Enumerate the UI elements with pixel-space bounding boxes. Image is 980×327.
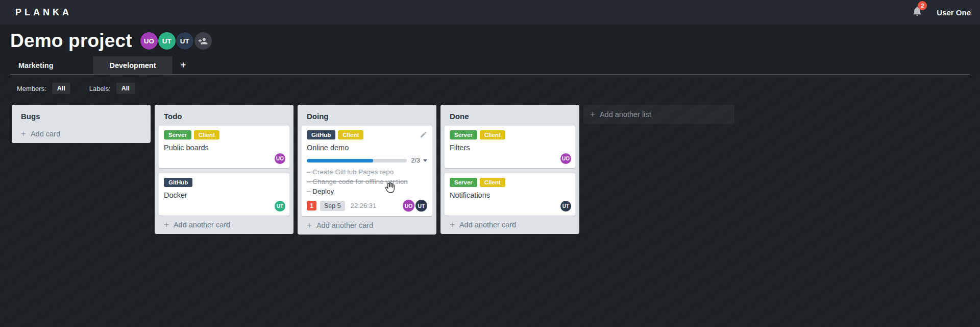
edit-card-button[interactable] bbox=[420, 131, 427, 138]
card-labels: GitHubClient bbox=[307, 130, 427, 139]
member-avatar[interactable]: UT bbox=[158, 32, 176, 50]
project-header: Demo project UOUTUT bbox=[0, 25, 980, 52]
pencil-icon bbox=[420, 131, 427, 138]
card-label-github[interactable]: GitHub bbox=[164, 178, 192, 187]
list-title[interactable]: Todo bbox=[159, 109, 289, 126]
add-member-button[interactable] bbox=[194, 32, 212, 50]
labels-filter-value[interactable]: All bbox=[116, 83, 135, 94]
timer-value[interactable]: 22:26:31 bbox=[351, 202, 377, 209]
board-tabs: MarketingDevelopment+ bbox=[10, 56, 970, 75]
card-label-client[interactable]: Client bbox=[194, 130, 219, 139]
board-list: Bugs + Add card bbox=[12, 105, 151, 143]
board-list: Doing GitHubClient Online demo 2/3– Crea… bbox=[298, 105, 436, 235]
card-label-client[interactable]: Client bbox=[480, 130, 505, 139]
assignee-avatar[interactable]: UT bbox=[560, 201, 571, 212]
notifications-button[interactable]: 2 bbox=[912, 6, 922, 19]
card[interactable]: ServerClient Filters UO bbox=[445, 126, 575, 168]
list-title[interactable]: Doing bbox=[302, 109, 432, 126]
card-notification-badge: 1 bbox=[307, 201, 316, 211]
add-card-label: Add card bbox=[31, 130, 60, 138]
plus-icon: + bbox=[21, 130, 26, 137]
card-title: Notifications bbox=[450, 191, 570, 199]
progress-bar bbox=[307, 159, 407, 162]
card-title: Filters bbox=[450, 144, 570, 152]
assignee-avatar[interactable]: UO bbox=[275, 153, 285, 164]
filter-bar: Members: All Labels: All bbox=[17, 82, 980, 95]
progress-bar-fill bbox=[307, 159, 373, 162]
add-card-label: Add another card bbox=[316, 221, 373, 229]
add-card-label: Add another card bbox=[459, 221, 516, 229]
project-members: UOUTUT bbox=[140, 32, 212, 50]
assignee-avatar[interactable]: UT bbox=[275, 201, 285, 212]
card-label-github[interactable]: GitHub bbox=[307, 130, 335, 139]
card-assignees: UT bbox=[275, 201, 285, 212]
list-cards: ServerClient Public boards UO GitHub Doc… bbox=[159, 126, 289, 217]
list-cards: ServerClient Filters UO ServerClient Not… bbox=[445, 126, 575, 217]
add-list-label: Add another list bbox=[600, 110, 651, 119]
card-label-server[interactable]: Server bbox=[450, 178, 477, 187]
card[interactable]: GitHub Docker UT bbox=[159, 173, 289, 216]
topbar-right: 2 User One bbox=[912, 6, 971, 19]
add-list-button[interactable]: + Add another list bbox=[583, 105, 734, 124]
card-label-client[interactable]: Client bbox=[338, 130, 363, 139]
card-assignees: UO bbox=[560, 153, 571, 164]
card[interactable]: GitHubClient Online demo 2/3– Create Git… bbox=[302, 126, 432, 216]
add-card-button[interactable]: + Add another card bbox=[445, 217, 575, 230]
member-avatar[interactable]: UT bbox=[176, 32, 193, 50]
card-label-server[interactable]: Server bbox=[450, 130, 477, 139]
card[interactable]: ServerClient Public boards UO bbox=[159, 126, 289, 168]
task-item[interactable]: – Deploy bbox=[307, 186, 427, 196]
card-title: Online demo bbox=[307, 144, 427, 152]
card-labels: ServerClient bbox=[164, 130, 284, 139]
lists-container: Bugs + Add card Todo ServerClient Public… bbox=[12, 105, 579, 235]
task-item[interactable]: – Change code for offline version bbox=[307, 177, 427, 186]
plus-icon: + bbox=[590, 111, 595, 118]
list-cards: GitHubClient Online demo 2/3– Create Git… bbox=[302, 126, 432, 217]
member-avatar[interactable]: UO bbox=[140, 32, 158, 50]
tab-development[interactable]: Development bbox=[93, 56, 173, 74]
task-item[interactable]: – Create GitHub Pages repo bbox=[307, 167, 427, 177]
card-title: Docker bbox=[164, 191, 284, 199]
card[interactable]: ServerClient Notifications UT bbox=[445, 173, 575, 216]
list-title[interactable]: Bugs bbox=[16, 109, 146, 126]
project-title[interactable]: Demo project bbox=[10, 30, 132, 52]
card-assignees: UT bbox=[560, 201, 571, 212]
card-label-server[interactable]: Server bbox=[164, 130, 191, 139]
task-list: – Create GitHub Pages repo– Change code … bbox=[307, 167, 427, 196]
list-title[interactable]: Done bbox=[445, 109, 575, 126]
user-menu[interactable]: User One bbox=[937, 8, 971, 17]
card-footer: 1Sep 522:26:31UOUT bbox=[307, 200, 427, 212]
add-card-button[interactable]: + Add another card bbox=[159, 217, 289, 230]
due-date-badge[interactable]: Sep 5 bbox=[320, 201, 345, 211]
tab-marketing[interactable]: Marketing bbox=[10, 56, 93, 74]
add-card-button[interactable]: + Add card bbox=[16, 126, 146, 139]
tasks-progress: 2/3 bbox=[307, 157, 427, 164]
card-assignees: UO bbox=[275, 153, 285, 164]
card-labels: ServerClient bbox=[450, 130, 570, 139]
tasks-count: 2/3 bbox=[411, 157, 420, 164]
app-logo[interactable]: PLANKA bbox=[15, 7, 72, 18]
notification-count-badge: 2 bbox=[918, 1, 927, 10]
caret-down-icon[interactable] bbox=[423, 159, 427, 162]
person-add-icon bbox=[198, 36, 208, 46]
card-labels: ServerClient bbox=[450, 178, 570, 187]
add-card-label: Add another card bbox=[174, 221, 230, 229]
plus-icon: + bbox=[164, 221, 169, 228]
assignee-avatar[interactable]: UT bbox=[415, 200, 427, 212]
board: Bugs + Add card Todo ServerClient Public… bbox=[0, 95, 980, 235]
labels-filter-label: Labels: bbox=[89, 85, 111, 92]
members-filter-label: Members: bbox=[17, 85, 46, 92]
bell-icon bbox=[912, 10, 922, 18]
plus-icon: + bbox=[450, 221, 455, 228]
add-card-button[interactable]: + Add another card bbox=[302, 217, 432, 230]
plus-icon: + bbox=[307, 222, 312, 229]
card-labels: GitHub bbox=[164, 178, 284, 187]
top-bar: PLANKA 2 User One bbox=[0, 0, 980, 25]
card-label-client[interactable]: Client bbox=[480, 178, 505, 187]
assignee-avatar[interactable]: UO bbox=[560, 153, 571, 164]
assignee-avatar[interactable]: UO bbox=[403, 200, 414, 212]
board-list: Todo ServerClient Public boards UO GitHu… bbox=[155, 105, 293, 234]
members-filter-value[interactable]: All bbox=[52, 83, 70, 94]
add-board-button[interactable]: + bbox=[173, 56, 194, 74]
board-list: Done ServerClient Filters UO ServerClien… bbox=[440, 105, 579, 234]
